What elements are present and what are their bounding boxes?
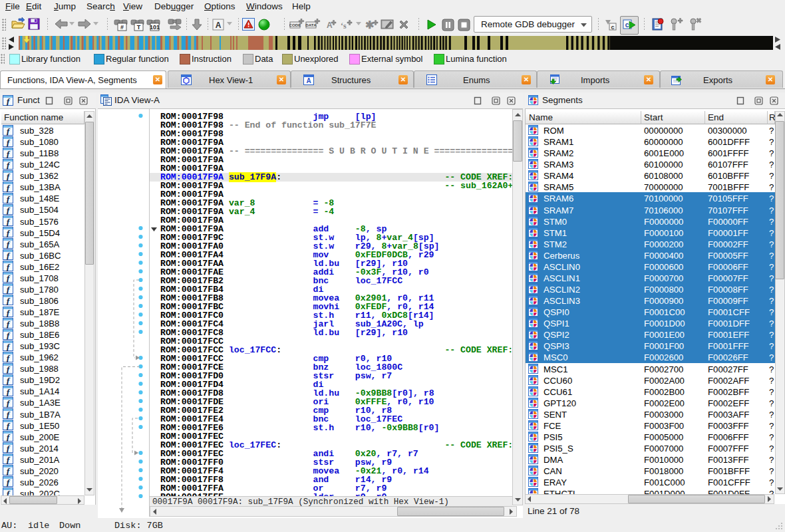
svg-text:CODE: CODE — [289, 23, 301, 27]
svg-text:#: # — [120, 24, 124, 31]
svg-text:‘s: ‘s — [341, 21, 347, 31]
svg-text:101: 101 — [150, 24, 160, 31]
svg-text:✱: ✱ — [365, 19, 374, 31]
svg-text:DATA: DATA — [305, 23, 317, 27]
svg-text:A: A — [216, 21, 222, 30]
svg-text:T: T — [137, 24, 141, 31]
svg-text:c: c — [625, 21, 629, 29]
svg-text:c: c — [611, 24, 614, 31]
svg-text:A: A — [306, 77, 311, 84]
